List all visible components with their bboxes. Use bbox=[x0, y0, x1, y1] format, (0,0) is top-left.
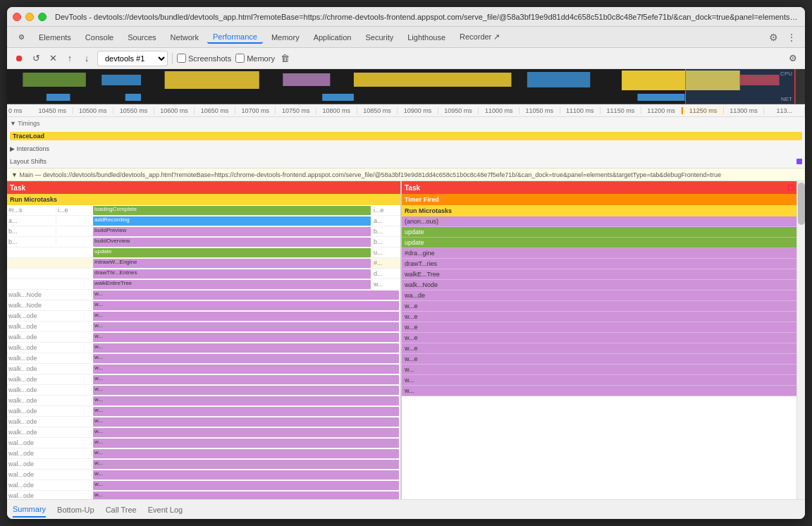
anon-row: (anon...ous) bbox=[402, 216, 796, 227]
right-row-0: w...e bbox=[402, 301, 796, 312]
profile-selector[interactable]: devtools #1 bbox=[97, 51, 168, 66]
timer-fired-row: Timer Fired bbox=[402, 194, 796, 205]
window-title: DevTools - devtools://devtools/bundled/d… bbox=[55, 13, 799, 21]
url-bar: ▼ Main — devtools://devtools/bundled/dev… bbox=[7, 169, 805, 181]
toolbar-divider bbox=[172, 53, 173, 64]
selection-overlay bbox=[685, 69, 795, 104]
flame-row-walk-0: walk...odew... bbox=[7, 311, 400, 322]
nav-item-elements[interactable]: ⚙ bbox=[13, 32, 30, 42]
flame-row-walk-16: wal...odew... bbox=[7, 480, 400, 491]
flame-right-panel: Task Timer Fired Run Microtasks (anon...… bbox=[402, 181, 796, 499]
tab-event-log[interactable]: Event Log bbox=[148, 503, 183, 517]
settings-icon[interactable]: ⚙ bbox=[766, 30, 781, 44]
clear-button[interactable]: 🗑 bbox=[279, 52, 292, 65]
reload-button[interactable]: ↺ bbox=[30, 52, 42, 65]
nav-item-network[interactable]: Network bbox=[165, 32, 204, 43]
ruler-bar: 0 ms 10450 ms 10500 ms 10550 ms 10600 ms… bbox=[7, 104, 805, 117]
minimize-button[interactable] bbox=[25, 13, 34, 21]
flame-row-7: drawThr...Entries d... bbox=[7, 269, 400, 279]
svg-rect-3 bbox=[165, 71, 259, 89]
flame-row-walk-10: walk...odew... bbox=[7, 417, 400, 427]
title-bar: DevTools - devtools://devtools/bundled/d… bbox=[7, 7, 805, 27]
record-button[interactable]: ⏺ bbox=[13, 52, 25, 65]
gear-settings-icon[interactable]: ⚙ bbox=[787, 52, 799, 65]
interactions-row[interactable]: ▶ Interactions bbox=[7, 142, 805, 155]
nav-item-elements[interactable]: Elements bbox=[33, 32, 77, 43]
right-row-4: w...e bbox=[402, 343, 796, 354]
svg-rect-11 bbox=[125, 94, 141, 101]
net-overview bbox=[7, 91, 795, 104]
flame-row-4: b... buildOverview b... bbox=[7, 237, 400, 247]
close-button[interactable] bbox=[13, 13, 21, 21]
flame-row-walk-3: walk...odew... bbox=[7, 343, 400, 353]
flame-row-5: update u... bbox=[7, 247, 400, 258]
nav-item-application[interactable]: Application bbox=[308, 32, 357, 43]
flame-row-walk-9: walk...odew... bbox=[7, 406, 400, 417]
flame-row-walk-12: wal...odew... bbox=[7, 438, 400, 448]
nav-bar: ⚙ Elements Console Sources Network Perfo… bbox=[7, 27, 805, 48]
flame-row-walk-7: walk...odew... bbox=[7, 385, 400, 396]
svg-rect-12 bbox=[322, 94, 354, 101]
download-button[interactable]: ↓ bbox=[80, 52, 93, 65]
right-row-8: w... bbox=[402, 386, 796, 396]
right-content: Timer Fired Run Microtasks (anon...ous) … bbox=[402, 194, 796, 499]
vertical-scrollbar[interactable] bbox=[796, 181, 805, 499]
more-icon[interactable]: ⋮ bbox=[784, 30, 799, 44]
flame-row-walk-5: walk...odew... bbox=[7, 364, 400, 374]
nav-item-lighthouse[interactable]: Lighthouse bbox=[402, 32, 451, 43]
toolbar: ⏺ ↺ ✕ ↑ ↓ devtools #1 Screenshots Memory… bbox=[7, 48, 805, 69]
nav-item-performance[interactable]: Performance bbox=[207, 31, 263, 44]
flame-row-walk-13: wal...odew... bbox=[7, 448, 400, 459]
left-task-header: Task bbox=[7, 181, 400, 194]
right-task-header: Task bbox=[402, 181, 796, 194]
nav-item-security[interactable]: Security bbox=[359, 32, 399, 43]
flame-chart-area: Task Run Microtasks #r...s i...e loading… bbox=[7, 181, 805, 499]
svg-rect-4 bbox=[283, 73, 330, 86]
stop-button[interactable]: ✕ bbox=[47, 52, 59, 65]
tab-bottom-up[interactable]: Bottom-Up bbox=[57, 503, 94, 517]
nav-item-memory[interactable]: Memory bbox=[266, 32, 305, 43]
flame-row-walk-11: walk...odew... bbox=[7, 427, 400, 438]
flame-rows-left[interactable]: #r...s i...e loadingComplete i...e a... … bbox=[7, 205, 400, 499]
nav-item-sources[interactable]: Sources bbox=[122, 32, 161, 43]
update-row-1: update bbox=[402, 227, 796, 238]
flame-row-walk-14: wal...odew... bbox=[7, 459, 400, 470]
update-row-2: update bbox=[402, 238, 796, 248]
maximize-button[interactable] bbox=[38, 13, 47, 21]
flame-row-2: a... addRecording a... bbox=[7, 216, 400, 226]
layout-shifts-row[interactable]: Layout Shifts bbox=[7, 155, 805, 168]
walk-node-row: walk...Node bbox=[402, 280, 796, 290]
bottom-tabs: Summary Bottom-Up Call Tree Event Log bbox=[7, 499, 805, 519]
walke-tree-row: walkE...Tree bbox=[402, 269, 796, 280]
nav-item-console[interactable]: Console bbox=[80, 32, 119, 43]
svg-rect-6 bbox=[527, 72, 590, 87]
right-row-1: w...e bbox=[402, 312, 796, 322]
right-row-3: w...e bbox=[402, 333, 796, 343]
flame-row-9: walk...Node w... bbox=[7, 290, 400, 300]
svg-rect-13 bbox=[637, 94, 684, 101]
scrollbar-thumb[interactable] bbox=[798, 183, 805, 225]
right-row-6: w... bbox=[402, 365, 796, 375]
memory-toggle[interactable]: Memory bbox=[235, 54, 275, 63]
upload-button[interactable]: ↑ bbox=[63, 52, 76, 65]
flame-row-walk-2: walk...odew... bbox=[7, 332, 400, 343]
wa-de-row: wa...de bbox=[402, 290, 796, 301]
flame-row-walk-1: walk...odew... bbox=[7, 322, 400, 332]
flame-row-1: #r...s i...e loadingComplete i...e bbox=[7, 205, 400, 216]
timings-header[interactable]: ▼ Timings bbox=[7, 117, 805, 130]
scrollbar-overview[interactable] bbox=[795, 69, 805, 104]
svg-rect-1 bbox=[23, 73, 85, 87]
svg-rect-10 bbox=[47, 94, 70, 101]
flame-row-8: walkEntireTree w... bbox=[7, 279, 400, 290]
tab-summary[interactable]: Summary bbox=[13, 502, 46, 518]
tab-call-tree[interactable]: Call Tree bbox=[106, 503, 137, 517]
overview-graph: CPU NET bbox=[7, 69, 805, 104]
screenshots-toggle[interactable]: Screenshots bbox=[177, 54, 231, 63]
draw-t-row: drawT...ries bbox=[402, 259, 796, 269]
nav-item-recorder[interactable]: Recorder ↗ bbox=[454, 31, 505, 43]
run-microtasks-header: Run Microtasks bbox=[7, 194, 400, 205]
right-rows[interactable]: (anon...ous) update update #dra...gine d… bbox=[402, 216, 796, 499]
traceload-row[interactable]: TraceLoad bbox=[7, 130, 805, 142]
right-row-5: w...e bbox=[402, 354, 796, 365]
svg-rect-5 bbox=[354, 73, 512, 87]
